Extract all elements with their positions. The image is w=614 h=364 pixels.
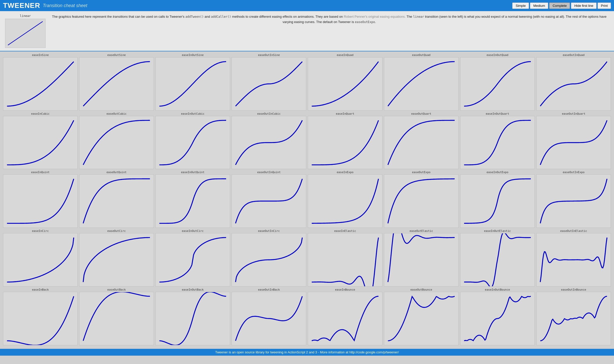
easeInOutQuart-svg xyxy=(460,116,535,169)
easeInOutQuint-svg xyxy=(156,175,230,228)
easeInBounce-svg xyxy=(308,292,382,345)
easeOutInQuad-box xyxy=(536,57,611,111)
easeInQuart-box xyxy=(308,116,382,169)
easeOutExpo-svg xyxy=(384,175,458,228)
easeInOutQuint-box xyxy=(155,174,230,228)
easeInBounce-label: easeInBounce xyxy=(335,288,355,291)
toolbar: Simple Medium Complete Hide first line P… xyxy=(512,3,611,9)
easeOutCirc-svg xyxy=(79,233,154,286)
chart-item-easeOutInQuint: easeOutInQuint xyxy=(232,171,306,228)
chart-item-easeOutBack: easeOutBack xyxy=(79,288,154,345)
easeOutInBack-box xyxy=(232,292,306,345)
chart-item-easeInCubic: easeInCubic xyxy=(3,112,78,169)
easeOutInQuad-svg xyxy=(537,57,611,110)
easeInQuint-label: easeInQuint xyxy=(31,171,50,174)
easeInSine-box xyxy=(3,57,78,111)
easeOutInBack-label: easeOutInBack xyxy=(258,288,280,291)
easeOutInCubic-box xyxy=(232,116,306,169)
linear-svg xyxy=(5,19,45,48)
chart-item-easeOutElastic: easeOutElastic xyxy=(384,229,459,287)
easeOutInBounce-svg xyxy=(537,292,611,345)
chart-item-easeInExpo: easeInExpo xyxy=(308,171,382,228)
easeInOutCubic-svg xyxy=(156,116,230,169)
chart-item-easeInOutCubic: easeInOutCubic xyxy=(155,112,230,169)
chart-item-easeOutInCirc: easeOutInCirc xyxy=(232,229,306,287)
easeInCubic-label: easeInCubic xyxy=(31,112,50,115)
chart-item-easeInOutSine: easeInOutSine xyxy=(155,53,230,111)
easeOutExpo-box xyxy=(384,174,459,228)
easeOutInCirc-svg xyxy=(232,233,306,286)
easeInOutQuad-box xyxy=(460,57,535,111)
complete-button[interactable]: Complete xyxy=(549,3,570,9)
easeInBack-svg xyxy=(3,292,77,345)
easeOutElastic-box xyxy=(384,233,459,287)
easeInOutCubic-label: easeInOutCubic xyxy=(181,112,204,115)
easeOutBounce-label: easeOutBounce xyxy=(410,288,432,291)
hide-first-line-button[interactable]: Hide first line xyxy=(571,3,597,9)
chart-item-easeInQuad: easeInQuad xyxy=(308,53,382,111)
chart-item-easeInOutQuint: easeInOutQuint xyxy=(155,171,230,228)
easeInOutBack-svg xyxy=(156,292,230,345)
easeInExpo-box xyxy=(308,174,382,228)
chart-item-easeOutInExpo: easeOutInExpo xyxy=(536,171,611,228)
intro-text: The graphics featured here represent the… xyxy=(50,14,609,25)
easeOutExpo-label: easeOutExpo xyxy=(412,171,431,174)
chart-item-easeOutCubic: easeOutCubic xyxy=(79,112,154,169)
chart-item-easeOutInQuad: easeOutInQuad xyxy=(536,53,611,111)
chart-item-easeOutInBounce: easeOutInBounce xyxy=(536,288,611,345)
easeOutBounce-box xyxy=(384,292,459,345)
easeOutCubic-label: easeOutCubic xyxy=(107,112,127,115)
easeOutQuart-svg xyxy=(384,116,458,169)
easeInOutQuad-svg xyxy=(460,57,535,110)
easeOutCubic-svg xyxy=(79,116,154,169)
easeInQuad-svg xyxy=(308,57,382,110)
easeOutBounce-svg xyxy=(384,292,458,345)
chart-item-easeInElastic: easeInElastic xyxy=(308,229,382,287)
chart-item-easeInOutQuad: easeInOutQuad xyxy=(460,53,535,111)
linear-label: linear xyxy=(5,14,46,18)
easeOutInExpo-box xyxy=(536,174,611,228)
easeInBounce-box xyxy=(308,292,382,345)
easeInSine-svg xyxy=(3,57,77,110)
easeInOutElastic-svg xyxy=(460,233,535,286)
easeInOutElastic-box xyxy=(460,233,535,287)
chart-item-easeOutExpo: easeOutExpo xyxy=(384,171,459,228)
chart-item-easeOutSine: easeOutSine xyxy=(79,53,154,111)
chart-item-easeOutInQuart: easeOutInQuart xyxy=(536,112,611,169)
easeInOutQuad-label: easeInOutQuad xyxy=(486,53,508,57)
easeOutSine-label: easeOutSine xyxy=(107,53,126,57)
chart-row: easeInBackeaseOutBackeaseInOutBackeaseOu… xyxy=(3,288,611,345)
easeInBack-box xyxy=(3,292,78,345)
easeOutQuad-box xyxy=(384,57,459,111)
easeOutInSine-label: easeOutInSine xyxy=(258,53,280,57)
easeInElastic-box xyxy=(308,233,382,287)
easeInOutCirc-label: easeInOutCirc xyxy=(182,229,203,233)
easeOutInBounce-label: easeOutInBounce xyxy=(561,288,586,291)
chart-item-easeOutQuint: easeOutQuint xyxy=(79,171,154,228)
easeOutInExpo-label: easeOutInExpo xyxy=(563,171,584,174)
print-button[interactable]: Print xyxy=(598,3,611,9)
easeOutInQuart-label: easeOutInQuart xyxy=(562,112,585,115)
easeInElastic-svg xyxy=(308,233,382,286)
easeInBack-label: easeInBack xyxy=(32,288,49,291)
easeInCirc-svg xyxy=(3,233,77,286)
medium-button[interactable]: Medium xyxy=(530,3,548,9)
svg-line-0 xyxy=(8,22,43,45)
easeOutQuad-svg xyxy=(384,57,458,110)
easeOutSine-box xyxy=(79,57,154,111)
header: TWEENER Transition cheat sheet Simple Me… xyxy=(0,0,614,11)
easeInOutElastic-label: easeInOutElastic xyxy=(484,229,511,233)
chart-item-easeOutInElastic: easeOutInElastic xyxy=(536,229,611,287)
chart-row: easeInQuinteaseOutQuinteaseInOutQuinteas… xyxy=(3,171,611,228)
easeInQuint-svg xyxy=(3,175,77,228)
intro-section: linear The graphics featured here repres… xyxy=(0,11,614,51)
easeOutCirc-box xyxy=(79,233,154,287)
simple-button[interactable]: Simple xyxy=(512,3,529,9)
easeInQuint-box xyxy=(3,174,78,228)
easeInCubic-svg xyxy=(3,116,77,169)
easeInQuad-label: easeInQuad xyxy=(337,53,353,57)
easeOutInElastic-box xyxy=(536,233,611,287)
easeOutInCubic-svg xyxy=(232,116,306,169)
app-subtitle: Transition cheat sheet xyxy=(43,3,87,8)
easeOutBack-svg xyxy=(79,292,154,345)
